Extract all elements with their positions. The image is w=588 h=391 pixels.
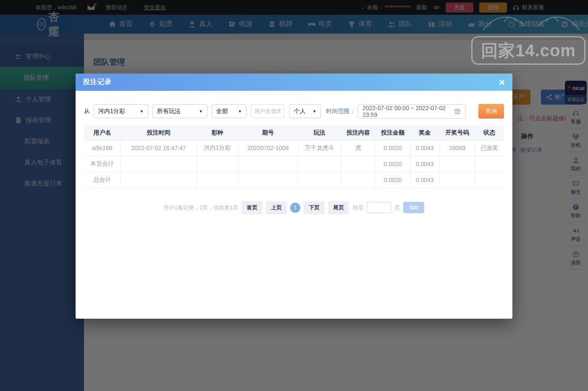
from-label: 从 (84, 108, 90, 115)
grand-total-prize: 0.0043 (410, 172, 440, 188)
bet-records-table: 用户名 投注时间 彩种 期号 玩法 投注内容 投注金额 奖金 开奖号码 状态 w (84, 126, 504, 188)
playtype-select[interactable]: 所有玩法 (152, 104, 207, 118)
pagination-bar: 共计1条记录，1页，当前第1页 首页 上页 1 下页 尾页 转至 页 GO (84, 201, 504, 214)
cell-prize: 0.0043 (410, 140, 440, 156)
go-button[interactable]: GO (403, 202, 424, 213)
table-row: w9s168 2022-07-02 16:47:47 河内1分彩 2022070… (84, 140, 504, 156)
search-button[interactable]: 查询 (478, 104, 504, 119)
cell-username: w9s168 (84, 140, 121, 156)
cell-lottery: 河内1分彩 (197, 140, 238, 156)
grand-total-row: 总合计 0.0020 0.0043 (84, 172, 504, 188)
page-total-prize: 0.0043 (410, 156, 440, 172)
col-number: 开奖号码 (440, 126, 475, 140)
pagination-summary: 共计1条记录，1页，当前第1页 (164, 204, 239, 211)
col-lottery: 彩种 (197, 126, 238, 140)
table-header-row: 用户名 投注时间 彩种 期号 玩法 投注内容 投注金额 奖金 开奖号码 状态 (84, 126, 504, 140)
current-page-indicator[interactable]: 1 (290, 203, 300, 213)
target-select[interactable]: 个人 (289, 104, 321, 118)
time-range-label: 时间范围： (326, 108, 355, 115)
goto-page-input[interactable] (367, 202, 391, 213)
calendar-icon (454, 108, 461, 115)
bet-records-modal: 投注记录 × 从 河内1分彩 所有玩法 全部 个人 时间范围： 2022-07-… (76, 74, 512, 319)
grand-total-amount: 0.0020 (375, 172, 410, 188)
filter-bar: 从 河内1分彩 所有玩法 全部 个人 时间范围： 2022-07-02 00:0… (84, 104, 504, 119)
page-total-row: 本页合计 0.0020 0.0043 (84, 156, 504, 172)
cell-number: 18089 (440, 140, 475, 156)
page-unit-label: 页 (394, 204, 400, 211)
col-amount: 投注金额 (375, 126, 410, 140)
cell-content: 虎 (341, 140, 375, 156)
modal-title: 投注记录 (83, 78, 112, 87)
app-root: 欢迎您，w9s168 预留信息： 安全退出 ⌄ 余额： ********** 刷… (0, 0, 588, 391)
next-page-button[interactable]: 下页 (304, 201, 325, 214)
cell-bet-time: 2022-07-02 16:47:47 (121, 140, 197, 156)
cell-amount: 0.0020 (375, 140, 410, 156)
goto-label: 转至 (352, 204, 363, 211)
last-page-button[interactable]: 尾页 (328, 201, 349, 214)
close-icon[interactable]: × (499, 77, 505, 87)
date-range-input[interactable]: 2022-07-02 00:00 ~ 2022-07-02 23:59 (358, 104, 466, 119)
grand-total-label: 总合计 (84, 172, 121, 188)
lottery-select[interactable]: 河内1分彩 (94, 104, 148, 118)
cell-play: 万千龙虎斗 (298, 140, 341, 156)
page-total-amount: 0.0020 (375, 156, 410, 172)
username-search-input[interactable] (251, 104, 284, 118)
status-badge: 已派奖 (475, 140, 504, 156)
cell-issue: 20220702-1008 (238, 140, 298, 156)
col-bet-time: 投注时间 (121, 126, 197, 140)
prev-page-button[interactable]: 上页 (266, 201, 287, 214)
scope-select[interactable]: 全部 (212, 104, 247, 118)
modal-header: 投注记录 × (76, 74, 512, 91)
col-content: 投注内容 (341, 126, 375, 140)
col-play: 玩法 (298, 126, 341, 140)
page-total-label: 本页合计 (84, 156, 121, 172)
col-issue: 期号 (238, 126, 298, 140)
col-status: 状态 (475, 126, 504, 140)
first-page-button[interactable]: 首页 (242, 201, 262, 214)
col-prize: 奖金 (410, 126, 440, 140)
col-username: 用户名 (84, 126, 121, 140)
